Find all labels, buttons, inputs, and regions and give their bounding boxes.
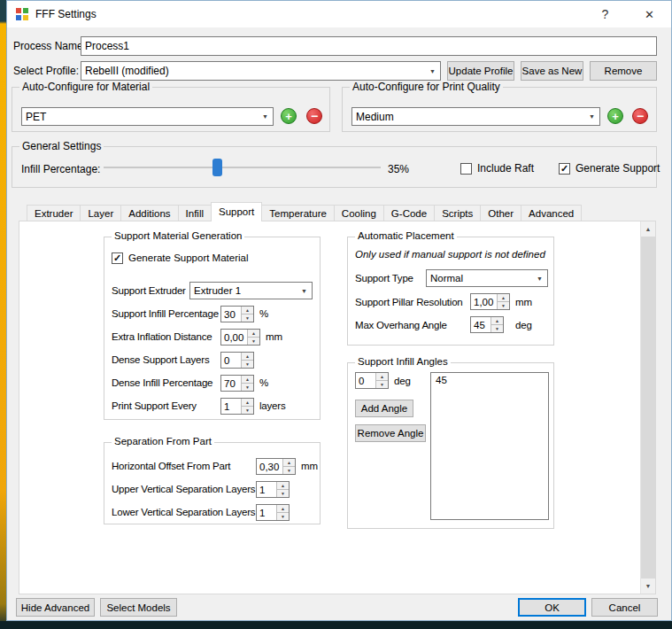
generate-support-checkbox[interactable]: ✓ Generate Support: [559, 162, 660, 175]
spin-down-icon[interactable]: ▼: [283, 466, 295, 474]
chevron-down-icon: ▼: [258, 113, 273, 120]
support-pillar-resolution-label: Support Pillar Resolution: [355, 296, 463, 308]
spin-down-icon[interactable]: ▼: [248, 337, 259, 345]
scrollbar-track[interactable]: [641, 237, 655, 579]
material-combobox[interactable]: PET ▼: [21, 107, 274, 126]
spin-up-icon[interactable]: ▲: [277, 482, 289, 489]
slider-track[interactable]: [104, 167, 381, 168]
spin-down-icon[interactable]: ▼: [242, 406, 253, 414]
scrollbar-thumb[interactable]: [641, 237, 655, 579]
support-pillar-resolution-spin[interactable]: 1,00 ▲▼: [470, 293, 510, 310]
max-overhang-angle-value[interactable]: 45: [471, 317, 490, 332]
spin-up-icon[interactable]: ▲: [242, 376, 253, 383]
scroll-up-button[interactable]: ▲: [641, 221, 655, 237]
minus-icon: −: [637, 110, 644, 122]
spin-up-icon[interactable]: ▲: [283, 459, 295, 466]
scroll-down-button[interactable]: ▼: [641, 579, 655, 594]
lower-vertical-separation-value[interactable]: 1: [257, 505, 276, 520]
remove-material-button[interactable]: −: [306, 108, 322, 124]
spin-up-icon[interactable]: ▲: [242, 399, 253, 406]
remove-angle-button[interactable]: Remove Angle: [355, 424, 426, 442]
process-name-input[interactable]: [81, 36, 657, 56]
vertical-scrollbar[interactable]: ▲ ▼: [640, 221, 655, 594]
ok-button[interactable]: OK: [518, 598, 586, 617]
support-type-label: Support Type: [355, 272, 413, 284]
tab-layer[interactable]: Layer: [80, 205, 121, 221]
tab-temperature[interactable]: Temperature: [261, 205, 335, 221]
tab-infill[interactable]: Infill: [178, 205, 212, 221]
spin-up-icon[interactable]: ▲: [242, 307, 253, 314]
save-as-new-button[interactable]: Save as New: [521, 61, 583, 81]
support-infill-percentage-spin[interactable]: 30 ▲▼: [220, 306, 254, 322]
infill-percentage-slider[interactable]: [104, 159, 381, 176]
spin-up-icon[interactable]: ▲: [498, 294, 509, 301]
tab-additions[interactable]: Additions: [120, 205, 178, 221]
lower-vertical-separation-spin[interactable]: 1 ▲▼: [256, 504, 290, 521]
quality-combobox[interactable]: Medium ▼: [351, 107, 600, 126]
angles-listbox[interactable]: 45: [430, 372, 549, 520]
max-overhang-angle-spin[interactable]: 45 ▲▼: [470, 316, 504, 333]
dense-infill-percentage-spin[interactable]: 70 ▲▼: [220, 375, 254, 392]
include-raft-checkbox[interactable]: Include Raft: [460, 162, 534, 175]
add-material-button[interactable]: +: [281, 108, 297, 124]
support-infill-percentage-value[interactable]: 30: [221, 307, 241, 322]
spin-down-icon[interactable]: ▼: [277, 512, 289, 520]
support-extruder-label: Support Extruder: [112, 284, 186, 297]
extra-inflation-distance-value[interactable]: 0,00: [221, 330, 247, 345]
spin-down-icon[interactable]: ▼: [242, 383, 253, 391]
spin-up-icon[interactable]: ▲: [491, 317, 503, 324]
generate-support-material-checkbox[interactable]: ✓ Generate Support Material: [112, 252, 249, 264]
close-button[interactable]: ✕: [630, 1, 669, 27]
spin-down-icon[interactable]: ▼: [376, 380, 388, 388]
list-item[interactable]: 45: [431, 373, 548, 387]
angle-spin-value[interactable]: 0: [356, 373, 375, 388]
remove-quality-button[interactable]: −: [632, 108, 648, 124]
support-extruder-combobox[interactable]: Extruder 1 ▼: [189, 282, 313, 299]
tab-other[interactable]: Other: [480, 205, 521, 221]
horizontal-offset-spin[interactable]: 0,30 ▲▼: [256, 458, 296, 475]
upper-vertical-separation-spin[interactable]: 1 ▲▼: [256, 481, 290, 498]
tab-extruder[interactable]: Extruder: [27, 205, 81, 221]
hide-advanced-button[interactable]: Hide Advanced: [16, 598, 95, 617]
spin-buttons: ▲▼: [241, 353, 253, 368]
tab-scripts[interactable]: Scripts: [434, 205, 481, 221]
horizontal-offset-value[interactable]: 0,30: [257, 459, 282, 474]
tab-gcode[interactable]: G-Code: [383, 205, 435, 221]
dense-support-layers-value[interactable]: 0: [221, 353, 241, 368]
select-models-button[interactable]: Select Models: [100, 598, 177, 617]
spin-up-icon[interactable]: ▲: [376, 373, 388, 380]
extra-inflation-distance-spin[interactable]: 0,00 ▲▼: [220, 329, 260, 346]
spin-down-icon[interactable]: ▼: [491, 324, 503, 332]
print-support-every-value[interactable]: 1: [221, 399, 241, 414]
add-angle-button[interactable]: Add Angle: [355, 400, 413, 417]
angle-spin[interactable]: 0 ▲▼: [355, 372, 389, 389]
tab-cooling[interactable]: Cooling: [334, 205, 384, 221]
update-profile-button[interactable]: Update Profile: [447, 61, 514, 81]
spin-up-icon[interactable]: ▲: [242, 353, 253, 360]
background-left-strip: [0, 0, 6, 629]
remove-profile-button[interactable]: Remove: [590, 61, 657, 81]
checkbox-box: [460, 163, 472, 175]
spin-down-icon[interactable]: ▼: [242, 314, 253, 322]
add-quality-button[interactable]: +: [607, 108, 623, 124]
dense-support-layers-spin[interactable]: 0 ▲▼: [220, 352, 254, 369]
tab-support[interactable]: Support: [211, 202, 262, 221]
spin-down-icon[interactable]: ▼: [242, 360, 253, 368]
spin-up-icon[interactable]: ▲: [277, 505, 289, 512]
tab-advanced[interactable]: Advanced: [521, 205, 582, 221]
spin-down-icon[interactable]: ▼: [277, 489, 289, 497]
spin-down-icon[interactable]: ▼: [498, 301, 509, 309]
dense-infill-percentage-value[interactable]: 70: [221, 376, 241, 391]
support-pillar-resolution-value[interactable]: 1,00: [471, 294, 497, 309]
spin-up-icon[interactable]: ▲: [248, 330, 259, 337]
profile-combobox[interactable]: RebelII (modified) ▼: [81, 61, 441, 81]
title-bar[interactable]: FFF Settings ? ✕: [7, 1, 671, 27]
support-type-combobox[interactable]: Normal ▼: [426, 269, 548, 287]
slider-handle[interactable]: [212, 159, 222, 176]
cancel-button[interactable]: Cancel: [591, 598, 658, 617]
automatic-placement-group: Automatic Placement Only used if manual …: [347, 237, 554, 346]
help-button[interactable]: ?: [585, 1, 625, 27]
upper-vertical-separation-value[interactable]: 1: [257, 482, 276, 497]
checkbox-box: ✓: [112, 252, 123, 264]
print-support-every-spin[interactable]: 1 ▲▼: [220, 398, 254, 415]
